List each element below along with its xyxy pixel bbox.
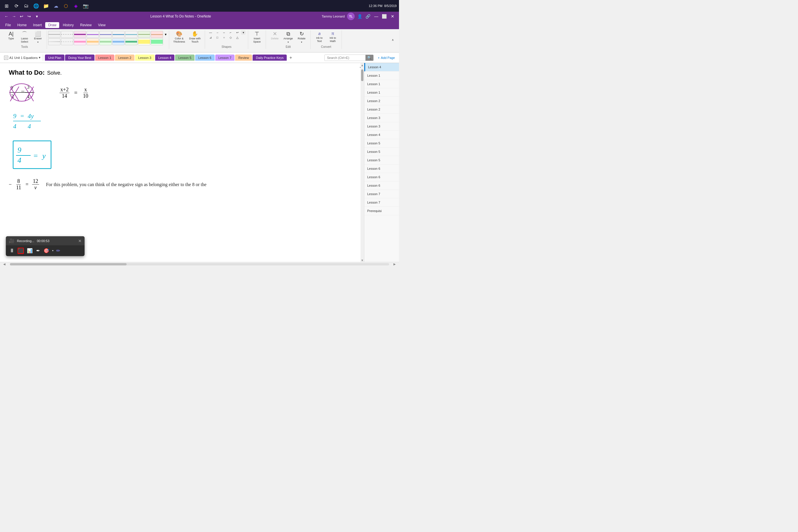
menu-file[interactable]: File xyxy=(2,22,14,28)
page-list-item-l7-1[interactable]: Lesson 7 xyxy=(364,190,399,198)
bottom-scrollbar[interactable]: ◀ ▶ xyxy=(0,262,399,266)
page-list-item-l4-1[interactable]: Lesson 4 xyxy=(364,63,399,72)
restore-button[interactable]: ⬜ xyxy=(381,14,387,19)
redo-button[interactable]: ↪ xyxy=(26,14,32,19)
recording-pause-button[interactable]: ⏸ xyxy=(9,247,15,254)
tab-lesson3[interactable]: Lesson 3 xyxy=(135,55,155,61)
tab-lesson6[interactable]: Lesson 6 xyxy=(195,55,215,61)
page-list-item-l5-2[interactable]: Lesson 5 xyxy=(364,148,399,156)
undo-button[interactable]: ↩ xyxy=(19,14,24,19)
tab-lesson7[interactable]: Lesson 7 xyxy=(215,55,235,61)
close-button[interactable]: ✕ xyxy=(390,14,396,19)
pen-swatch-12[interactable] xyxy=(74,38,86,45)
rotate-button[interactable]: ↻ Rotate ▾ xyxy=(295,30,308,44)
tab-doing-your-best[interactable]: Doing Your Best xyxy=(65,55,95,61)
page-list-item-l3-1[interactable]: Lesson 3 xyxy=(364,114,399,122)
pen-swatch-8[interactable] xyxy=(138,31,150,38)
back-button[interactable]: ← xyxy=(3,14,10,19)
scroll-down-arrow[interactable]: ▼ xyxy=(361,259,364,262)
recording-chart-button[interactable]: 📊 xyxy=(26,247,33,254)
scroll-left-arrow[interactable]: ◀ xyxy=(0,263,9,266)
lasso-button[interactable]: ⌒ Lasso Select xyxy=(18,30,31,44)
notebook-dropdown[interactable]: ▾ xyxy=(39,56,40,59)
task-view[interactable]: 🗂 xyxy=(22,2,30,10)
recording-highlight-button[interactable]: ✏ xyxy=(56,247,61,254)
page-list-item-l2-1[interactable]: Lesson 2 xyxy=(364,97,399,105)
pen-swatch-11[interactable] xyxy=(61,38,73,45)
page-list-item-l5-1[interactable]: Lesson 5 xyxy=(364,139,399,148)
page-list-item-l7-2[interactable]: Lesson 7 xyxy=(364,198,399,207)
add-page-button[interactable]: + Add Page xyxy=(375,55,397,61)
recording-stop-button[interactable]: ⬛ xyxy=(18,248,24,254)
camera-icon[interactable]: 📷 xyxy=(82,2,90,10)
chrome-icon[interactable]: ⬡ xyxy=(62,2,70,10)
scroll-right-arrow[interactable]: ▶ xyxy=(390,263,399,266)
pen-swatch-7[interactable] xyxy=(125,31,137,38)
arrange-button[interactable]: ⧉ Arrange ▾ xyxy=(282,30,294,44)
pen-more-button[interactable]: ▾ xyxy=(164,31,168,38)
pen-swatch-3[interactable] xyxy=(74,31,86,38)
tab-unit-plan[interactable]: Unit Plan xyxy=(45,55,64,61)
rect-tool[interactable]: □ xyxy=(214,35,221,40)
diamond-tool[interactable]: ◇ xyxy=(228,35,234,40)
account-icon[interactable]: 👤 xyxy=(357,14,363,19)
search-button[interactable]: 🔍 xyxy=(365,55,373,61)
user-avatar[interactable]: TL xyxy=(347,13,355,20)
minimize-button[interactable]: — xyxy=(373,14,379,19)
scroll-thumb[interactable] xyxy=(361,70,363,81)
delete-button[interactable]: ✕ Delete xyxy=(268,30,281,41)
line-tool[interactable]: — xyxy=(207,30,214,35)
tab-lesson1[interactable]: Lesson 1 xyxy=(95,55,115,61)
menu-home[interactable]: Home xyxy=(14,22,30,28)
recording-target-button[interactable]: 🎯 xyxy=(43,247,50,254)
draw-touch-button[interactable]: ✋ Draw with Touch xyxy=(188,30,203,44)
pen-swatch-4[interactable] xyxy=(87,31,99,38)
ribbon-collapse-button[interactable]: ∧ xyxy=(390,37,396,42)
start-button[interactable]: ⊞ xyxy=(2,2,11,10)
menu-history[interactable]: History xyxy=(60,22,76,28)
page-list-item-l6-2[interactable]: Lesson 6 xyxy=(364,173,399,182)
page-list-item-l6-3[interactable]: Lesson 6 xyxy=(364,182,399,190)
tab-lesson4[interactable]: Lesson 4 xyxy=(155,55,175,61)
page-list-item-l1-3[interactable]: Lesson 1 xyxy=(364,88,399,97)
recording-close-button[interactable]: ✕ xyxy=(78,239,82,243)
arrow-tool[interactable]: → xyxy=(214,30,221,35)
page-list-item-l2-2[interactable]: Lesson 2 xyxy=(364,105,399,114)
onenote-taskbar-icon[interactable]: ◈ xyxy=(72,2,80,10)
pen-swatch-6[interactable] xyxy=(112,31,125,38)
tab-daily-practice[interactable]: Daily Practice Keys xyxy=(252,55,287,61)
menu-draw[interactable]: Draw xyxy=(45,22,59,28)
page-list-item-l5-3[interactable]: Lesson 5 xyxy=(364,156,399,165)
page-list-item-l1-2[interactable]: Lesson 1 xyxy=(364,80,399,88)
pen-swatch-9[interactable] xyxy=(151,31,163,38)
scroll-up-arrow[interactable]: ▲ xyxy=(361,63,364,67)
double-arrow-tool[interactable]: ↔ xyxy=(221,30,227,35)
files-icon[interactable]: 📁 xyxy=(42,2,50,10)
pen-swatch-10[interactable] xyxy=(48,38,60,45)
pen-swatch-15[interactable] xyxy=(112,38,125,45)
pen-swatch-18[interactable] xyxy=(151,38,163,45)
tab-review[interactable]: Review xyxy=(235,55,252,61)
rotate-dropdown[interactable]: ▾ xyxy=(301,41,302,43)
content-area[interactable]: ⤢ What to Do: Solve. y 3 = 3 xyxy=(0,63,364,262)
page-list-item-l1-1[interactable]: Lesson 1 xyxy=(364,72,399,80)
page-list-item-l3-2[interactable]: Lesson 3 xyxy=(364,122,399,131)
vertical-scrollbar[interactable]: ▲ ▼ xyxy=(361,63,364,262)
pen-swatch-14[interactable] xyxy=(99,38,112,45)
pen-swatch-1[interactable] xyxy=(48,31,60,38)
pen-swatch-16[interactable] xyxy=(125,38,137,45)
menu-review[interactable]: Review xyxy=(77,22,95,28)
shapes-more[interactable]: ▾ xyxy=(241,30,246,35)
page-list-item-l4-2[interactable]: Lesson 4 xyxy=(364,131,399,139)
bent-arrow-tool[interactable]: ↩ xyxy=(234,30,241,35)
search-input[interactable] xyxy=(325,55,365,60)
page-list-item-prereq[interactable]: Prerequisi xyxy=(364,207,399,215)
menu-view[interactable]: View xyxy=(95,22,109,28)
ink-to-text-button[interactable]: a Ink to Text xyxy=(313,30,326,44)
corner-tool[interactable]: ⌐ xyxy=(228,30,234,35)
menu-insert[interactable]: Insert xyxy=(30,22,45,28)
share-icon[interactable]: 🔗 xyxy=(365,14,371,19)
add-tab-button[interactable]: + xyxy=(287,54,294,61)
tab-lesson5[interactable]: Lesson 5 xyxy=(175,55,194,61)
select-tool[interactable]: ⊿ xyxy=(207,35,214,40)
